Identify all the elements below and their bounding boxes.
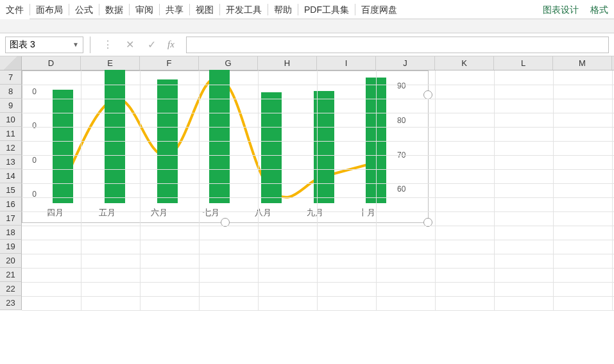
col-header[interactable]: F bbox=[140, 56, 199, 70]
name-box[interactable]: 图表 3 ▼ bbox=[5, 37, 83, 53]
x-tick-label: 六月 bbox=[133, 207, 185, 219]
tab-baidunetdisk[interactable]: 百度网盘 bbox=[355, 0, 403, 19]
tab-review[interactable]: 审阅 bbox=[130, 0, 159, 19]
chevron-down-icon[interactable]: ▼ bbox=[72, 41, 79, 48]
tab-formulas[interactable]: 公式 bbox=[69, 0, 99, 19]
formula-input[interactable] bbox=[186, 37, 609, 53]
tab-pdftools[interactable]: PDF工具集 bbox=[298, 0, 355, 19]
col-header[interactable]: J bbox=[376, 56, 435, 70]
col-header[interactable]: M bbox=[553, 56, 612, 70]
col-header[interactable]: H bbox=[258, 56, 317, 70]
cancel-icon[interactable]: ✕ bbox=[124, 38, 135, 51]
axis-tick-label: 60 bbox=[397, 185, 405, 194]
x-tick-label: 五月 bbox=[81, 207, 133, 219]
x-tick-label: 十月 bbox=[341, 207, 393, 219]
tab-pagelayout[interactable]: 面布局 bbox=[30, 0, 69, 19]
fx-icon[interactable]: fx bbox=[167, 39, 175, 50]
accept-icon[interactable]: ✓ bbox=[146, 38, 157, 51]
row-header[interactable]: 12 bbox=[0, 141, 22, 155]
divider bbox=[90, 37, 90, 53]
dots-icon[interactable]: ⋮ bbox=[102, 38, 114, 51]
row-header[interactable]: 7 bbox=[0, 70, 22, 85]
axis-tick-label: 90 bbox=[397, 81, 405, 90]
x-tick-label: 四月 bbox=[29, 207, 81, 219]
col-header[interactable]: E bbox=[81, 56, 140, 70]
select-all-corner[interactable] bbox=[0, 56, 22, 70]
resize-handle-right[interactable] bbox=[423, 90, 432, 99]
ribbon-tabs: 文件 面布局 公式 数据 审阅 共享 视图 开发工具 帮助 PDF工具集 百度网… bbox=[0, 0, 614, 19]
tab-data[interactable]: 数据 bbox=[99, 0, 129, 19]
axis-tick-label: 80 bbox=[397, 116, 405, 125]
name-box-value: 图表 3 bbox=[10, 39, 35, 51]
row-header[interactable]: 16 bbox=[0, 197, 22, 211]
row-headers: 7891011121314151617181920212223 bbox=[0, 70, 22, 327]
row-header[interactable]: 8 bbox=[0, 85, 22, 99]
tab-help[interactable]: 帮助 bbox=[268, 0, 298, 19]
row-header[interactable]: 18 bbox=[0, 226, 22, 240]
tab-file[interactable]: 文件 bbox=[0, 0, 30, 19]
formula-bar-row: 图表 3 ▼ ⋮ ✕ ✓ fx bbox=[0, 33, 614, 56]
x-tick-label: 八月 bbox=[237, 207, 289, 219]
cells-area[interactable]: 0 0 0 0 90 80 70 60 四月五月六月七月八月九月十月 bbox=[22, 70, 614, 327]
row-header[interactable]: 20 bbox=[0, 254, 22, 268]
formula-buttons: ⋮ ✕ ✓ fx bbox=[97, 38, 180, 51]
tab-format[interactable]: 格式 bbox=[584, 0, 614, 19]
tab-share[interactable]: 共享 bbox=[160, 0, 189, 19]
tab-chartdesign[interactable]: 图表设计 bbox=[537, 0, 584, 19]
x-tick-label: 九月 bbox=[289, 207, 341, 219]
row-header[interactable]: 13 bbox=[0, 155, 22, 169]
chart-object[interactable]: 0 0 0 0 90 80 70 60 四月五月六月七月八月九月十月 bbox=[22, 70, 429, 223]
tab-view[interactable]: 视图 bbox=[190, 0, 219, 19]
x-tick-label: 七月 bbox=[185, 207, 237, 219]
row-header[interactable]: 19 bbox=[0, 240, 22, 254]
x-axis-labels: 四月五月六月七月八月九月十月 bbox=[29, 207, 393, 219]
tab-developer[interactable]: 开发工具 bbox=[220, 0, 268, 19]
row-header[interactable]: 23 bbox=[0, 296, 22, 310]
bar[interactable] bbox=[261, 92, 282, 203]
col-header[interactable]: G bbox=[199, 56, 258, 70]
col-header[interactable]: K bbox=[435, 56, 494, 70]
row-header[interactable]: 21 bbox=[0, 268, 22, 282]
row-header[interactable]: 14 bbox=[0, 169, 22, 183]
col-header[interactable]: L bbox=[494, 56, 553, 70]
row-header[interactable]: 17 bbox=[0, 211, 22, 226]
row-header[interactable]: 22 bbox=[0, 282, 22, 296]
sheet-area: D E F G H I J K L M 78910111213141516171… bbox=[0, 56, 614, 364]
col-header[interactable]: I bbox=[317, 56, 376, 70]
row-header[interactable]: 10 bbox=[0, 113, 22, 127]
ribbon-body bbox=[0, 19, 614, 33]
col-header[interactable]: D bbox=[22, 56, 81, 70]
row-header[interactable]: 9 bbox=[0, 99, 22, 113]
column-headers: D E F G H I J K L M bbox=[0, 56, 614, 70]
row-header[interactable]: 11 bbox=[0, 127, 22, 141]
row-header[interactable]: 15 bbox=[0, 183, 22, 197]
bar[interactable] bbox=[53, 90, 73, 203]
